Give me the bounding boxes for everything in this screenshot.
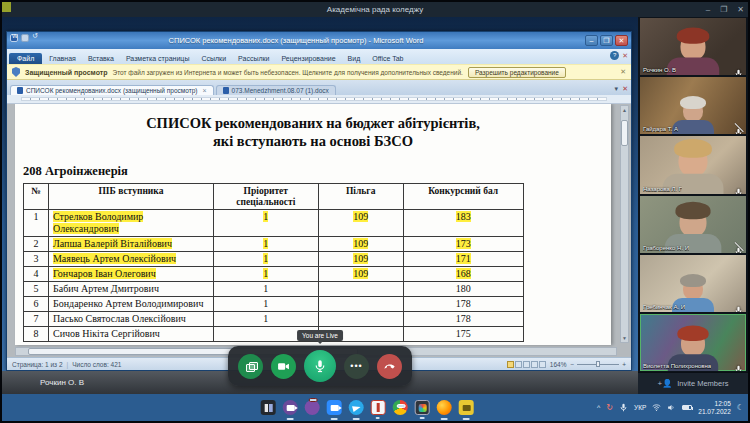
participant-tile[interactable]: Гребинчак А. И — [640, 255, 746, 312]
col-benefit: Пільга — [318, 184, 403, 210]
participant-tile[interactable]: Виолетта Полихроновна — [640, 314, 746, 371]
zoom-slider[interactable] — [577, 364, 619, 365]
sync-icon[interactable]: ↻ — [606, 403, 613, 412]
protected-view-message: Этот файл загружен из Интернета и может … — [112, 69, 462, 76]
undo-icon[interactable] — [32, 34, 40, 42]
ribbon-tab[interactable]: Рассылки — [233, 53, 274, 64]
camera-icon — [277, 360, 290, 373]
vertical-scrollbar[interactable]: ▲ ▼ — [620, 105, 629, 343]
tab-list-dropdown-icon[interactable]: ▾ — [615, 85, 619, 93]
participant-tile[interactable]: Назарова Л. Г — [640, 136, 746, 193]
word-count[interactable]: Число слов: 421 — [72, 361, 121, 368]
participant-tile[interactable]: Граборенко Н. И — [640, 196, 746, 253]
zoom-app-icon[interactable] — [327, 400, 342, 415]
ribbon-tab[interactable]: Вставка — [83, 53, 119, 64]
participant-name: Гайдара Т. А — [643, 126, 678, 132]
time-label: 12:05 — [715, 400, 731, 407]
page-indicator[interactable]: Страница: 1 из 2 — [12, 361, 63, 368]
tab-close-icon[interactable]: ✕ — [622, 85, 628, 93]
battery-icon[interactable] — [682, 405, 692, 410]
zoom-in-icon[interactable]: + — [622, 361, 626, 368]
restore-button[interactable]: ❐ — [720, 5, 727, 14]
col-priority: Пріоритет спеціальності — [213, 184, 318, 210]
ribbon-tab[interactable]: Рецензирование — [277, 53, 341, 64]
invite-members-button[interactable]: +👤 Invite Members — [638, 372, 748, 394]
protected-bar-close-icon[interactable]: ✕ — [620, 68, 626, 76]
word-restore-button[interactable]: ❐ — [600, 35, 613, 46]
participants-panel: Рочкин О. В Гайдара Т. А Назарова Л. Г — [638, 17, 748, 394]
participant-tile[interactable]: Рочкин О. В — [640, 18, 746, 75]
table-row: 5 Бабич Артем Дмитрович 1 180 — [24, 282, 524, 297]
participant-name: Назарова Л. Г — [643, 186, 682, 192]
microphone-button[interactable] — [304, 350, 336, 382]
start-button[interactable] — [239, 400, 254, 415]
firefox-icon[interactable] — [437, 400, 452, 415]
ribbon-tab[interactable]: Office Tab — [367, 53, 408, 64]
vertical-scroll-thumb[interactable] — [621, 120, 628, 146]
enable-editing-button[interactable]: Разрешить редактирование — [468, 67, 566, 78]
photos-app-icon[interactable] — [415, 400, 430, 415]
volume-icon[interactable] — [667, 403, 676, 412]
scroll-up-icon[interactable]: ▲ — [621, 106, 628, 114]
participant-tile[interactable]: Гайдара Т. А — [640, 77, 746, 134]
ribbon-tab-bar: ? ✕ ФайлГлавнаяВставкаРазметка страницыС… — [7, 49, 631, 64]
camera-button[interactable] — [271, 354, 296, 379]
participant-mic-icon — [734, 242, 743, 251]
col-name: ПІБ вступника — [48, 184, 213, 210]
chrome-icon[interactable] — [393, 400, 408, 415]
clock[interactable]: 12:05 21.07.2022 — [698, 400, 731, 415]
ribbon-tab[interactable]: Файл — [9, 53, 42, 64]
meeting-title: Академічна рада коледжу — [327, 5, 423, 14]
horizontal-ruler[interactable] — [7, 95, 631, 104]
end-call-button[interactable] — [377, 354, 402, 379]
video-app-icon[interactable] — [283, 400, 298, 415]
ribbon-tab[interactable]: Разметка страницы — [121, 53, 195, 64]
participant-mic-icon — [734, 123, 743, 132]
more-options-button[interactable]: ••• — [344, 354, 369, 379]
col-score: Конкурсний бал — [403, 184, 523, 210]
word-close-button[interactable]: ✕ — [615, 35, 628, 46]
telegram-icon[interactable] — [349, 400, 364, 415]
word-titlebar: СПИСОК рекомендованих.docx (защищенный п… — [7, 32, 631, 49]
1c-app-icon[interactable] — [371, 400, 386, 415]
ribbon-tab[interactable]: Главная — [44, 53, 81, 64]
help-icon[interactable]: ? — [610, 51, 619, 60]
participant-mic-icon — [734, 183, 743, 192]
document-title: СПИСОК рекомендованих на бюджет абітуріє… — [15, 114, 611, 150]
zoom-out-icon[interactable]: − — [570, 361, 574, 368]
language-indicator[interactable]: УКР — [634, 404, 646, 411]
tray-mic-icon[interactable] — [619, 403, 628, 412]
ribbon-close-icon[interactable]: ✕ — [622, 52, 628, 60]
document-tab[interactable]: 073.Menedzhment.08.07 (1).docx — [216, 85, 336, 95]
document-page[interactable]: СПИСОК рекомендованих на бюджет абітуріє… — [15, 104, 611, 345]
document-tab[interactable]: СПИСОК рекомендованих.docx (защищенный п… — [10, 85, 214, 95]
document-area: СПИСОК рекомендованих на бюджет абітуріє… — [7, 104, 631, 357]
close-button[interactable]: ✕ — [737, 5, 744, 14]
tray-overflow-icon[interactable]: ^ — [597, 404, 600, 411]
participant-name: Граборенко Н. И — [643, 245, 689, 251]
ribbon-tab[interactable]: Вид — [343, 53, 366, 64]
table-row: 4 Гончаров Іван Олегович 1 109 168 — [24, 267, 524, 282]
ribbon-tab[interactable]: Ссылки — [196, 53, 231, 64]
meeting-titlebar: Академічна рада коледжу – ❐ ✕ — [2, 2, 748, 17]
applicants-table: № ПІБ вступника Пріоритет спеціальності … — [23, 183, 524, 342]
zoom-level[interactable]: 164% — [550, 361, 567, 368]
share-screen-button[interactable] — [238, 354, 263, 379]
viber-icon[interactable] — [305, 400, 320, 415]
invite-icon: +👤 — [658, 379, 673, 388]
do-not-disturb-icon[interactable]: ☾ — [737, 403, 744, 412]
view-mode-buttons[interactable] — [507, 361, 546, 368]
word-minimize-button[interactable]: – — [585, 35, 598, 46]
word-doc-icon — [17, 87, 23, 94]
quick-access-toolbar[interactable] — [10, 34, 40, 42]
end-call-icon — [383, 359, 397, 373]
task-view-icon[interactable] — [261, 400, 276, 415]
participant-mic-icon — [734, 301, 743, 310]
scroll-down-icon[interactable]: ▼ — [621, 334, 628, 342]
wifi-icon[interactable] — [652, 403, 661, 412]
table-row: 8 Сичов Нікіта Сергійович 175 — [24, 327, 524, 342]
save-icon[interactable] — [21, 34, 29, 42]
media-app-icon[interactable] — [459, 400, 474, 415]
table-row: 3 Маявець Артем Олексійович 1 109 171 — [24, 252, 524, 267]
minimize-button[interactable]: – — [706, 5, 710, 14]
